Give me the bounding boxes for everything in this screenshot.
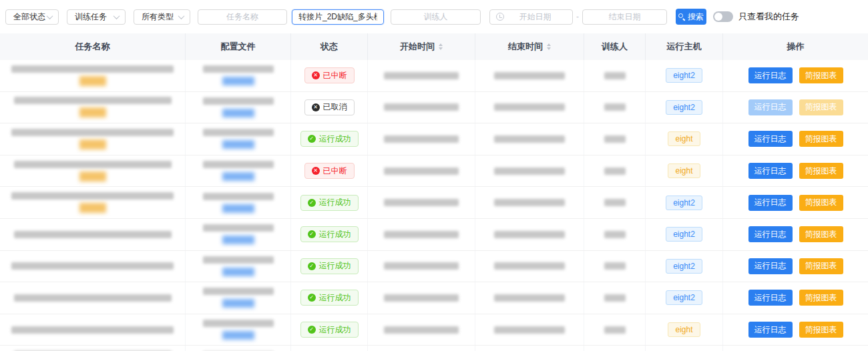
actions-cell: 运行日志 简报图表 [723, 155, 868, 187]
run-log-button[interactable]: 运行日志 [748, 195, 793, 211]
report-chart-button[interactable]: 简报图表 [799, 99, 843, 115]
task-name-cell [0, 219, 186, 250]
task-name-cell [0, 187, 186, 218]
run-log-button[interactable]: 运行日志 [748, 226, 793, 242]
column-header-end-time[interactable]: 结束时间 [475, 33, 584, 60]
task-name-redacted [11, 326, 174, 334]
sort-icon[interactable] [439, 43, 443, 50]
config-link-redacted[interactable] [222, 109, 254, 117]
trainer-cell [584, 314, 646, 346]
config-file-cell [186, 187, 291, 218]
start-time-cell [368, 314, 475, 346]
search-button[interactable]: 搜索 [676, 9, 706, 25]
host-cell: eight [646, 123, 723, 155]
run-log-button[interactable]: 运行日志 [748, 258, 793, 274]
status-cell: 运行成功 [291, 314, 368, 346]
my-tasks-toggle[interactable] [713, 11, 733, 22]
clock-icon [496, 13, 504, 21]
config-link-redacted[interactable] [222, 268, 254, 276]
host-cell: eight [646, 314, 723, 346]
sort-icon[interactable] [547, 43, 551, 50]
status-cell: 运行成功 [291, 123, 368, 155]
actions-cell: 运行日志 简报图表 [723, 92, 868, 123]
column-header-start-time[interactable]: 开始时间 [368, 33, 475, 60]
host-badge: eight [668, 131, 700, 146]
config-file-redacted [203, 224, 274, 232]
status-icon [308, 262, 316, 270]
run-log-button[interactable]: 运行日志 [748, 322, 793, 338]
report-chart-button[interactable]: 简报图表 [799, 195, 843, 211]
actions-cell: 运行日志 简报图表 [723, 60, 868, 91]
report-chart-button[interactable]: 简报图表 [799, 163, 843, 179]
table-row: 已中断 eight 运行日志 简报图表 [0, 155, 868, 188]
column-label: 结束时间 [508, 41, 543, 53]
table-row: 运行成功 eight2 运行日志 简报图表 [0, 187, 868, 219]
start-time-redacted [384, 294, 459, 302]
filter-bar: 全部状态 训练任务 所有类型 - 搜索 只查看我的任务 [0, 0, 868, 33]
model-search-input[interactable] [298, 12, 377, 21]
report-chart-button[interactable]: 简报图表 [799, 258, 843, 274]
search-button-label: 搜索 [688, 11, 704, 23]
task-name-cell [0, 60, 186, 91]
config-file-redacted [203, 193, 274, 200]
status-filter-select[interactable]: 全部状态 [5, 9, 59, 25]
run-log-button[interactable]: 运行日志 [748, 163, 793, 179]
task-name-cell [0, 346, 186, 351]
report-chart-button[interactable]: 简报图表 [799, 226, 843, 242]
host-badge: eight2 [666, 259, 702, 274]
status-badge: 运行成功 [300, 131, 359, 147]
report-chart-button[interactable]: 简报图表 [799, 290, 843, 306]
config-link-redacted[interactable] [222, 77, 254, 85]
actions-cell: 运行日志 简报图表 [723, 346, 868, 351]
end-time-redacted [494, 135, 565, 143]
host-badge: eight2 [666, 100, 702, 115]
column-header-trainer: 训练人 [584, 33, 646, 60]
end-time-cell [475, 251, 584, 282]
status-icon [308, 135, 316, 143]
status-badge: 运行成功 [300, 195, 359, 211]
actions-cell: 运行日志 简报图表 [723, 187, 868, 218]
host-badge: eight2 [666, 68, 702, 83]
status-badge: 运行成功 [300, 226, 359, 242]
end-date-field[interactable] [589, 12, 660, 21]
task-tag-redacted [79, 171, 106, 182]
start-time-cell [368, 123, 475, 155]
start-date-field[interactable] [504, 12, 566, 21]
run-log-button[interactable]: 运行日志 [748, 290, 793, 306]
column-header-task-name: 任务名称 [0, 33, 186, 60]
config-link-redacted[interactable] [222, 331, 254, 340]
run-log-button[interactable]: 运行日志 [748, 131, 793, 147]
column-label: 操作 [787, 41, 805, 53]
category-filter-select[interactable]: 所有类型 [134, 9, 190, 25]
date-range-separator: - [576, 12, 579, 21]
trainer-cell [584, 155, 646, 187]
table-row: 已取消 eight2 运行日志 简报图表 [0, 92, 868, 124]
host-badge: eight2 [666, 290, 702, 305]
status-label: 运行成功 [319, 197, 351, 208]
start-time-redacted [384, 262, 459, 270]
trainer-input[interactable] [397, 12, 474, 21]
toggle-knob [714, 13, 722, 21]
task-type-filter-select[interactable]: 训练任务 [67, 9, 126, 25]
trainer-cell [584, 123, 646, 155]
run-log-button[interactable]: 运行日志 [748, 99, 793, 115]
start-time-redacted [384, 326, 459, 334]
task-name-cell [0, 251, 186, 282]
config-link-redacted[interactable] [222, 172, 254, 181]
report-chart-button[interactable]: 简报图表 [799, 322, 843, 338]
actions-cell: 运行日志 简报图表 [723, 251, 868, 282]
config-link-redacted[interactable] [222, 140, 254, 149]
table-row: 运行成功 eight2 运行日志 简报图表 [0, 251, 868, 283]
run-log-button[interactable]: 运行日志 [748, 67, 793, 83]
start-date-input[interactable] [489, 9, 573, 25]
end-date-input[interactable] [582, 9, 667, 25]
config-link-redacted[interactable] [222, 236, 254, 244]
report-chart-button[interactable]: 简报图表 [799, 67, 843, 83]
task-name-input[interactable] [204, 12, 280, 21]
report-chart-button[interactable]: 简报图表 [799, 131, 843, 147]
start-time-redacted [384, 167, 459, 175]
config-link-redacted[interactable] [222, 299, 254, 308]
status-label: 运行成功 [319, 324, 351, 336]
task-name-redacted [11, 262, 174, 270]
config-link-redacted[interactable] [222, 204, 254, 213]
